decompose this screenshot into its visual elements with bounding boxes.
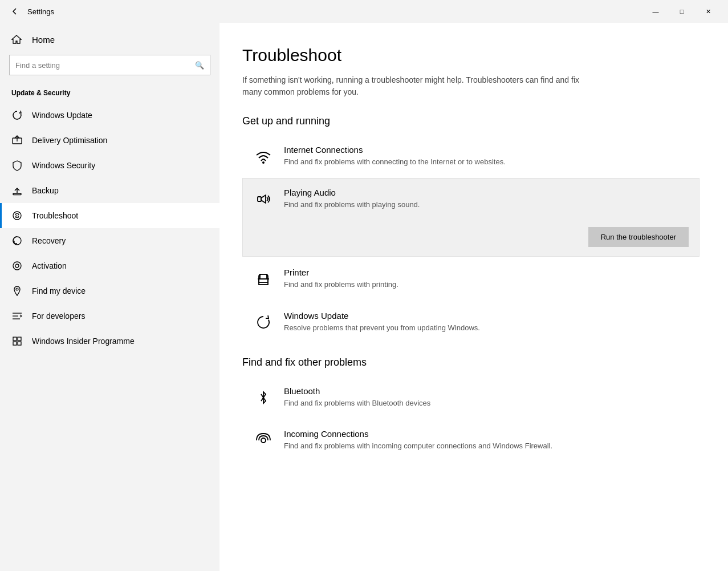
sidebar-item-home[interactable]: Home <box>0 29 219 50</box>
activation-label: Activation <box>32 261 67 270</box>
printer-text: Printer Find and fix problems with print… <box>284 268 689 290</box>
page-description: If something isn't working, running a tr… <box>242 74 584 98</box>
search-box[interactable]: 🔍 <box>9 55 210 75</box>
svg-rect-12 <box>18 337 21 341</box>
windows-update-label: Windows Update <box>32 111 92 120</box>
bluetooth-icon <box>253 387 274 408</box>
find-my-device-label: Find my device <box>32 286 86 295</box>
audio-icon <box>253 189 274 209</box>
for-developers-label: For developers <box>32 311 85 321</box>
incoming-icon <box>253 430 274 451</box>
svg-point-21 <box>261 438 266 443</box>
troubleshoot-item-internet-connections[interactable]: Internet Connections Find and fix proble… <box>242 135 699 177</box>
svg-rect-14 <box>18 342 21 345</box>
maximize-button[interactable]: □ <box>669 2 695 21</box>
window-controls: — □ ✕ <box>642 2 721 21</box>
recovery-label: Recovery <box>32 236 66 245</box>
windows-update-ts-text: Windows Update Resolve problems that pre… <box>284 311 689 333</box>
troubleshoot-item-bluetooth[interactable]: Bluetooth Find and fix problems with Blu… <box>242 376 699 418</box>
app-title: Settings <box>27 7 642 16</box>
run-troubleshooter-button[interactable]: Run the troubleshooter <box>588 227 689 247</box>
recovery-icon <box>11 235 24 246</box>
sidebar: Home 🔍 Update & Security Windows Update … <box>0 23 219 571</box>
sidebar-item-activation[interactable]: Activation <box>0 253 219 278</box>
content-area: Troubleshoot If something isn't working,… <box>219 23 728 571</box>
delivery-icon <box>11 135 24 146</box>
bluetooth-text: Bluetooth Find and fix problems with Blu… <box>284 386 689 408</box>
sidebar-item-windows-update[interactable]: Windows Update <box>0 103 219 128</box>
home-icon <box>11 34 24 44</box>
sidebar-item-recovery[interactable]: Recovery <box>0 228 219 253</box>
bluetooth-title: Bluetooth <box>284 386 689 396</box>
backup-label: Backup <box>32 186 59 195</box>
find-icon <box>11 285 24 297</box>
minimize-button[interactable]: — <box>642 2 669 21</box>
troubleshoot-icon <box>11 210 24 221</box>
internet-connections-title: Internet Connections <box>284 145 689 155</box>
section1-heading: Get up and running <box>242 115 699 127</box>
insider-icon <box>11 335 24 347</box>
svg-point-3 <box>13 212 21 220</box>
home-label: Home <box>32 35 55 44</box>
windows-insider-label: Windows Insider Programme <box>32 337 135 346</box>
incoming-connections-title: Incoming Connections <box>284 429 689 439</box>
windows-update-ts-desc: Resolve problems that prevent you from u… <box>284 323 689 333</box>
section2-heading: Find and fix other problems <box>242 357 699 368</box>
svg-rect-2 <box>13 193 21 195</box>
search-icon: 🔍 <box>195 61 204 70</box>
windows-update-ts-title: Windows Update <box>284 311 689 321</box>
sidebar-section-title: Update & Security <box>0 84 219 103</box>
playing-audio-header: Playing Audio Find and fix problems with… <box>253 188 689 210</box>
svg-point-6 <box>15 264 19 268</box>
sidebar-item-find-my-device[interactable]: Find my device <box>0 278 219 303</box>
printer-title: Printer <box>284 268 689 277</box>
titlebar: Settings — □ ✕ <box>0 0 728 23</box>
windows-security-label: Windows Security <box>32 161 95 170</box>
page-title: Troubleshoot <box>242 46 699 65</box>
close-button[interactable]: ✕ <box>695 2 721 21</box>
sidebar-item-for-developers[interactable]: For developers <box>0 303 219 329</box>
sidebar-item-windows-insider[interactable]: Windows Insider Programme <box>0 329 219 354</box>
sidebar-item-troubleshoot[interactable]: Troubleshoot <box>0 203 219 228</box>
app-body: Home 🔍 Update & Security Windows Update … <box>0 23 728 571</box>
svg-rect-18 <box>260 274 267 279</box>
sidebar-item-backup[interactable]: Backup <box>0 178 219 203</box>
playing-audio-title: Playing Audio <box>284 188 689 197</box>
printer-desc: Find and fix problems with printing. <box>284 280 689 290</box>
developer-icon <box>11 310 24 322</box>
incoming-connections-text: Incoming Connections Find and fix proble… <box>284 429 689 451</box>
backup-icon <box>11 185 24 196</box>
svg-point-15 <box>262 161 265 164</box>
search-input[interactable] <box>15 61 195 70</box>
sidebar-item-windows-security[interactable]: Windows Security <box>0 153 219 178</box>
svg-rect-11 <box>13 337 17 341</box>
troubleshoot-label: Troubleshoot <box>32 211 78 220</box>
svg-point-7 <box>16 288 18 290</box>
incoming-connections-desc: Find and fix problems with incoming comp… <box>284 441 689 451</box>
troubleshoot-item-printer[interactable]: Printer Find and fix problems with print… <box>242 258 699 299</box>
activation-icon <box>11 260 24 272</box>
bluetooth-desc: Find and fix problems with Bluetooth dev… <box>284 398 689 408</box>
svg-rect-13 <box>13 342 17 345</box>
playing-audio-text: Playing Audio Find and fix problems with… <box>284 188 689 210</box>
back-button[interactable] <box>7 3 23 19</box>
svg-point-5 <box>13 262 21 270</box>
troubleshoot-item-incoming-connections[interactable]: Incoming Connections Find and fix proble… <box>242 419 699 461</box>
troubleshoot-item-windows-update[interactable]: Windows Update Resolve problems that pre… <box>242 301 699 343</box>
internet-connections-text: Internet Connections Find and fix proble… <box>284 145 689 167</box>
printer-icon <box>253 269 274 289</box>
svg-rect-17 <box>259 279 268 285</box>
wifi-icon <box>253 146 274 167</box>
delivery-label: Delivery Optimisation <box>32 136 107 145</box>
internet-connections-desc: Find and fix problems with connecting to… <box>284 157 689 167</box>
shield-icon <box>11 160 24 171</box>
troubleshoot-item-playing-audio[interactable]: Playing Audio Find and fix problems with… <box>242 178 699 257</box>
sidebar-item-delivery-optimisation[interactable]: Delivery Optimisation <box>0 128 219 153</box>
update-icon <box>11 110 24 121</box>
update2-icon <box>253 312 274 333</box>
playing-audio-desc: Find and fix problems with playing sound… <box>284 200 689 210</box>
